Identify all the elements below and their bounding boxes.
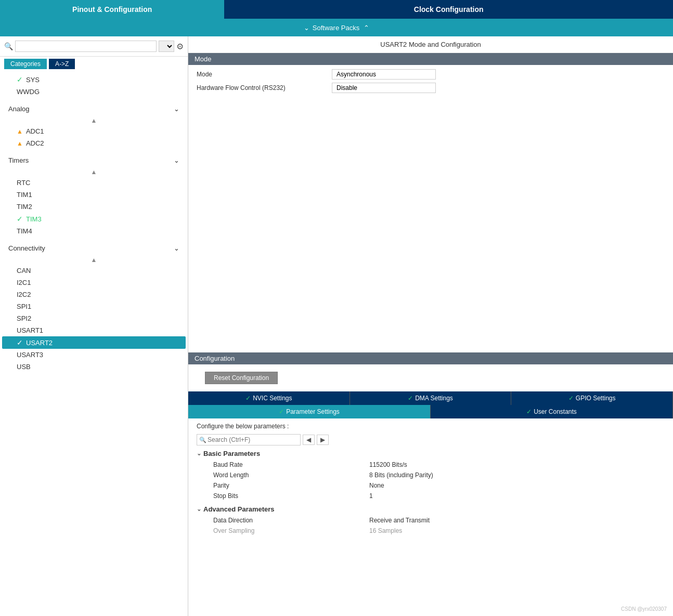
search-dropdown[interactable] [159,41,174,52]
section-system: ✓ SYS WWDG [0,73,188,100]
chevron-down-icon: ⌄ [174,105,179,113]
item-spi2[interactable]: SPI2 [0,312,188,324]
mode-row: Mode Asynchronous [197,69,665,80]
item-wwdg[interactable]: WWDG [0,86,188,98]
pinout-tab[interactable]: Pinout & Configuration [0,0,224,19]
mode-spacer [188,100,673,352]
prev-nav-button[interactable]: ◀ [303,435,315,445]
tab-categories[interactable]: Categories [4,59,47,69]
param-baud-rate: Baud Rate 115200 Bits/s [197,460,665,470]
check-icon: ✓ [245,395,251,402]
item-usart1[interactable]: USART1 [0,324,188,336]
item-tim2[interactable]: TIM2 [0,201,188,213]
software-packs-bar[interactable]: ⌄ Software Packs ⌃ [0,19,673,36]
check-icon: ✓ [526,408,532,415]
section-timers: Timers ⌄ ▲ RTC TIM1 TIM2 [0,153,188,239]
item-spi1[interactable]: SPI1 [0,300,188,312]
sort-up-arrow: ▲ [0,167,188,177]
section-connectivity: Connectivity ⌄ ▲ CAN I2C1 I2C2 [0,241,188,375]
item-i2c2[interactable]: I2C2 [0,289,188,300]
chevron-down-icon: ⌄ [174,156,179,164]
warn-icon: ▲ [17,128,23,135]
chevron-down-icon: ⌄ [197,506,201,513]
chevron-right-icon: ⌃ [364,24,369,32]
warn-icon: ▲ [17,140,23,147]
mode-label: Mode [197,71,332,78]
item-usart3[interactable]: USART3 [0,349,188,361]
reset-config-button[interactable]: Reset Configuration [205,372,278,384]
param-stop-bits: Stop Bits 1 [197,491,665,501]
item-sys[interactable]: ✓ SYS [0,73,188,86]
sort-up-arrow: ▲ [0,116,188,125]
software-packs-label: Software Packs [313,24,359,32]
tab-parameter-settings[interactable]: ✓ Parameter Settings [188,405,431,418]
check-icon: ✓ [279,408,284,415]
tab-user-constants[interactable]: ✓ User Constants [431,405,673,418]
next-nav-button[interactable]: ▶ [317,435,329,445]
sort-up-arrow: ▲ [0,255,188,265]
search-icon: 🔍 [4,42,13,50]
param-data-direction: Data Direction Receive and Transmit [197,515,665,526]
clock-tab-label: Clock Configuration [414,5,484,14]
check-icon: ✓ [568,395,574,402]
search-input[interactable] [15,41,157,52]
mode-section-header: Mode [188,53,673,65]
item-tim1[interactable]: TIM1 [0,189,188,201]
pinout-tab-label: Pinout & Configuration [72,5,152,14]
param-word-length: Word Length 8 Bits (including Parity) [197,470,665,480]
mode-config: Mode Asynchronous Hardware Flow Control … [188,65,673,100]
tab-gpio-settings[interactable]: ✓ GPIO Settings [511,391,673,405]
tab-nvic-settings[interactable]: ✓ NVIC Settings [188,391,350,405]
clock-tab[interactable]: Clock Configuration [224,0,673,19]
timers-header[interactable]: Timers ⌄ [0,153,188,167]
advanced-params-group: ⌄ Advanced Parameters Data Direction Rec… [197,505,665,536]
param-parity: Parity None [197,480,665,491]
config-area: Reset Configuration ✓ NVIC Settings ✓ DM… [188,364,673,617]
config-tabs-row1: ✓ NVIC Settings ✓ DMA Settings ✓ GPIO Se… [188,391,673,405]
params-area: Configure the below parameters : 🔍 ◀ ▶ [188,418,673,617]
params-search-row: 🔍 ◀ ▶ [197,434,665,445]
check-icon: ✓ [17,338,23,347]
basic-params-header[interactable]: ⌄ Basic Parameters [197,450,665,457]
sidebar-tab-row: Categories A->Z [0,57,188,71]
item-tim4[interactable]: TIM4 [0,225,188,237]
analog-header[interactable]: Analog ⌄ [0,102,188,116]
chevron-down-icon: ⌄ [304,24,309,32]
section-analog: Analog ⌄ ▲ ▲ ADC1 ▲ ADC2 [0,102,188,151]
search-icon: 🔍 [199,436,206,443]
check-icon: ✓ [408,395,413,402]
advanced-params-header[interactable]: ⌄ Advanced Parameters [197,505,665,513]
item-usb[interactable]: USB [0,361,188,373]
watermark: CSDN @yrx020307 [621,606,667,612]
item-i2c1[interactable]: I2C1 [0,277,188,289]
params-search-input[interactable] [197,434,301,445]
sidebar: 🔍 ⚙ Categories A->Z ✓ SYS [0,36,188,616]
sidebar-content: ✓ SYS WWDG Analog ⌄ ▲ [0,71,188,616]
check-icon: ✓ [17,75,23,84]
configure-label: Configure the below parameters : [197,423,665,430]
config-tabs-row2: ✓ Parameter Settings ✓ User Constants [188,405,673,418]
item-usart2[interactable]: ✓ USART2 [2,336,186,349]
check-icon: ✓ [17,215,23,223]
hw-flow-row: Hardware Flow Control (RS232) Disable [197,83,665,93]
sidebar-search-row: 🔍 ⚙ [0,36,188,57]
hw-flow-label: Hardware Flow Control (RS232) [197,84,332,91]
right-panel: USART2 Mode and Configuration Mode Mode … [188,36,673,616]
tab-dma-settings[interactable]: ✓ DMA Settings [350,391,512,405]
hw-flow-value: Disable [332,83,436,93]
chevron-down-icon: ⌄ [197,450,201,457]
connectivity-header[interactable]: Connectivity ⌄ [0,241,188,255]
chevron-down-icon: ⌄ [174,244,179,252]
item-tim3[interactable]: ✓ TIM3 [0,213,188,225]
param-over-sampling: Over Sampling 16 Samples [197,526,665,536]
params-search-wrap: 🔍 [197,434,301,445]
item-rtc[interactable]: RTC [0,177,188,189]
mode-value: Asynchronous [332,69,436,80]
settings-gear-button[interactable]: ⚙ [176,42,184,51]
item-adc2[interactable]: ▲ ADC2 [0,137,188,149]
tab-atoz[interactable]: A->Z [49,59,75,69]
item-can[interactable]: CAN [0,265,188,277]
usart-title: USART2 Mode and Configuration [188,36,673,53]
config-section-header: Configuration [188,352,673,364]
item-adc1[interactable]: ▲ ADC1 [0,125,188,137]
